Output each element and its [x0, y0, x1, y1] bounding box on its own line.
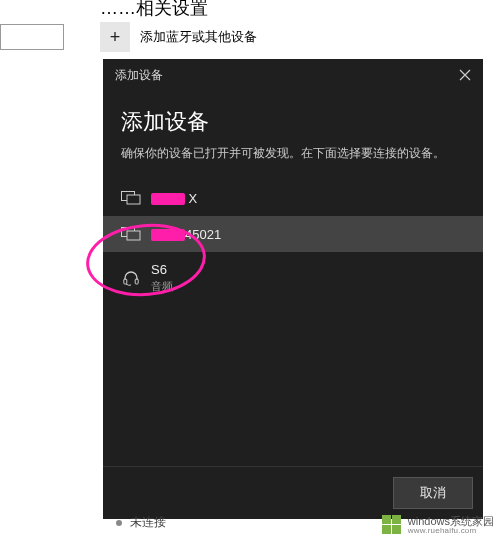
- add-bluetooth-device-button[interactable]: + 添加蓝牙或其他设备: [100, 22, 257, 52]
- cancel-button[interactable]: 取消: [393, 477, 473, 509]
- dialog-footer: 取消: [103, 466, 483, 519]
- svg-rect-1: [127, 195, 140, 204]
- watermark: windows系统家园 www.ruehaifu.com: [382, 515, 494, 535]
- side-box: [0, 24, 64, 50]
- watermark-line2: www.ruehaifu.com: [408, 527, 494, 535]
- display-icon: [121, 226, 141, 242]
- dialog-title: 添加设备: [121, 107, 465, 137]
- close-icon: [459, 69, 471, 81]
- close-button[interactable]: [455, 65, 475, 85]
- status-dot-icon: [116, 520, 122, 526]
- dialog-header: 添加设备: [103, 59, 483, 91]
- page-heading-partial: ……相关设置: [100, 0, 208, 20]
- device-name: S6: [151, 262, 173, 277]
- add-device-dialog: 添加设备 添加设备 确保你的设备已打开并可被发现。在下面选择要连接的设备。 X …: [103, 59, 483, 519]
- svg-rect-3: [127, 231, 140, 240]
- bottom-status: 未连接: [116, 514, 166, 531]
- device-name: X: [151, 191, 197, 206]
- plus-icon: +: [100, 22, 130, 52]
- device-list: X 45021 S6 音频: [103, 180, 483, 304]
- device-item[interactable]: 45021: [103, 216, 483, 252]
- device-item[interactable]: X: [103, 180, 483, 216]
- dialog-subtitle: 确保你的设备已打开并可被发现。在下面选择要连接的设备。: [121, 145, 465, 162]
- redacted-segment: [151, 229, 185, 241]
- headphones-icon: [121, 270, 141, 286]
- device-name: 45021: [151, 227, 221, 242]
- redacted-segment: [151, 193, 185, 205]
- display-icon: [121, 190, 141, 206]
- watermark-line1: windows系统家园: [408, 516, 494, 527]
- status-text: 未连接: [130, 514, 166, 531]
- device-subtitle: 音频: [151, 279, 173, 294]
- windows-logo-icon: [382, 515, 404, 535]
- dialog-header-title: 添加设备: [115, 67, 163, 84]
- device-item-s6[interactable]: S6 音频: [103, 252, 483, 304]
- add-button-label: 添加蓝牙或其他设备: [140, 28, 257, 46]
- dialog-body: 添加设备 确保你的设备已打开并可被发现。在下面选择要连接的设备。 X 45021: [103, 91, 483, 304]
